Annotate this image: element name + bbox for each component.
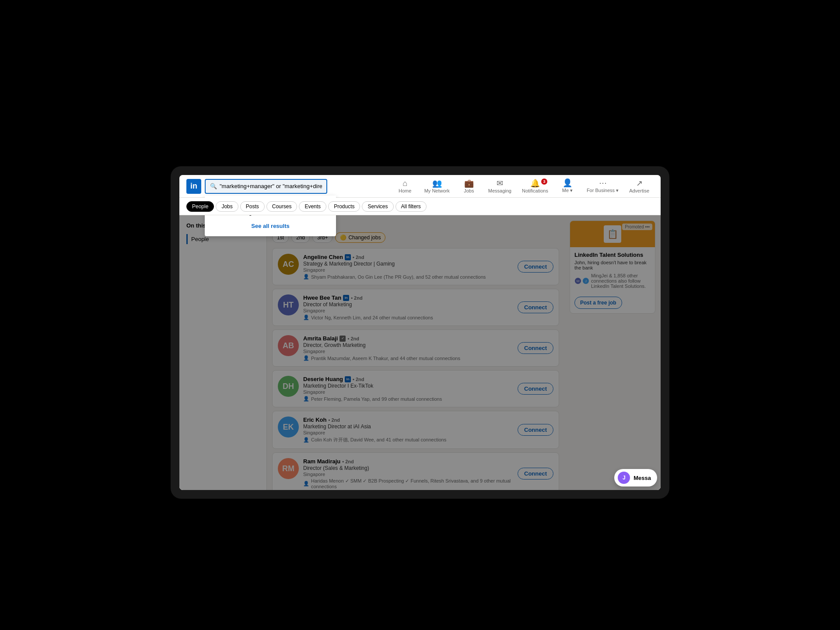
promo-card-linkedin-talent: Promoted ••• 📋 LinkedIn Talent Solutions… <box>570 220 655 314</box>
person-name-angeline-chen: Angeline Chen in • 2nd <box>303 254 513 260</box>
connect-button-hwee-bee-tan[interactable]: Connect <box>518 301 553 313</box>
connections-icon: 👤 <box>303 355 309 361</box>
messaging-avatar: J <box>618 472 630 484</box>
nav-item-advertise[interactable]: ↗ Advertise <box>625 179 654 193</box>
filter-tab-products[interactable]: Products <box>328 201 360 212</box>
jobs-icon: 💼 <box>464 179 474 187</box>
person-card-amrita-balaji: AB Amrita Balaji ✓ • 2nd Director, Growt… <box>272 329 559 367</box>
nav-item-messaging[interactable]: ✉ Messaging <box>484 179 516 193</box>
changed-jobs-label: Changed jobs <box>348 234 381 241</box>
for-business-icon: ⋯ <box>599 179 607 187</box>
person-connections-angeline-chen: 👤 Shyam Prabhakaran, Oo Gin Lee (The PR … <box>303 274 513 280</box>
search-icon: 🔍 <box>210 183 217 189</box>
promo-card-body: LinkedIn Talent Solutions John, hiring d… <box>570 247 655 293</box>
filter-tab-events[interactable]: Events <box>299 201 326 212</box>
linkedin-badge-hwee: in <box>343 295 349 301</box>
person-info-deserie-huang: Deserie Huang in • 2nd Marketing Directo… <box>303 376 513 402</box>
nav-item-my-network[interactable]: 👥 My Network <box>420 179 454 193</box>
nav-label-home: Home <box>399 188 411 193</box>
person-connections-hwee-bee-tan: 👤 Victor Ng, Kenneth Lim, and 24 other m… <box>303 315 513 320</box>
filter-tab-all-filters[interactable]: All filters <box>396 201 427 212</box>
post-free-job-button[interactable]: Post a free job <box>574 297 622 309</box>
connect-button-amrita-balaji[interactable]: Connect <box>518 342 553 354</box>
filter-tab-jobs[interactable]: Jobs <box>216 201 238 212</box>
nav-label-my-network: My Network <box>424 188 450 193</box>
nav-item-me[interactable]: 👤 Me ▾ <box>554 179 581 193</box>
connect-button-deserie-huang[interactable]: Connect <box>518 383 553 395</box>
person-connections-deserie-huang: 👤 Peter Fleming, Pamela Yap, and 99 othe… <box>303 396 513 402</box>
advertise-icon: ↗ <box>636 179 643 187</box>
connections-icon: 👤 <box>303 396 309 402</box>
nav-item-home[interactable]: ⌂ Home <box>392 179 418 193</box>
see-all-results-link[interactable]: See all results <box>205 219 336 233</box>
promo-desc: John, hiring doesn't have to break the b… <box>574 260 651 270</box>
connect-button-ram-madiraju[interactable]: Connect <box>518 468 553 480</box>
promo-followers: M J MingJei & 1,858 other connections al… <box>574 273 651 289</box>
person-name-eric-koh: Eric Koh • 2nd <box>303 416 513 423</box>
person-title-amrita-balaji: Director, Growth Marketing <box>303 342 513 348</box>
avatar-hwee-bee-tan: HT <box>278 294 299 315</box>
promo-title: LinkedIn Talent Solutions <box>574 252 651 258</box>
filter-tab-people[interactable]: People <box>186 201 214 212</box>
nav-label-notifications: Notifications <box>522 188 548 193</box>
person-connections-amrita-balaji: 👤 Prantik Mazumdar, Aseem K Thakur, and … <box>303 355 513 361</box>
person-title-ram-madiraju: Director (Sales & Marketing) <box>303 465 513 471</box>
notifications-icon: 🔔 <box>530 179 540 187</box>
promo-followers-text: MingJei & 1,858 other connections also f… <box>591 273 651 289</box>
person-info-hwee-bee-tan: Hwee Bee Tan in • 2nd Director of Market… <box>303 294 513 320</box>
messaging-label: Messa <box>634 475 651 481</box>
person-card-deserie-huang: DH Deserie Huang in • 2nd Marketing Dire… <box>272 370 559 407</box>
person-info-ram-madiraju: Ram Madiraju • 2nd Director (Sales & Mar… <box>303 458 513 489</box>
search-box[interactable]: 🔍 "marketing+manager" or "marketing+dire… <box>205 179 327 194</box>
search-container: 🔍 "marketing+manager" or "marketing+dire… <box>205 179 327 194</box>
follower-avatar-1: M <box>574 277 581 284</box>
person-location-hwee-bee-tan: Singapore <box>303 308 513 313</box>
search-input-value: "marketing+manager" or "marketing+direct… <box>220 183 322 189</box>
nav-label-me: Me ▾ <box>562 188 573 193</box>
changed-jobs-icon: 🟡 <box>340 234 346 241</box>
person-location-angeline-chen: Singapore <box>303 267 513 273</box>
nav-label-for-business: For Business ▾ <box>587 188 619 193</box>
nav-item-notifications[interactable]: 🔔 3 Notifications <box>518 179 553 193</box>
connect-button-angeline-chen[interactable]: Connect <box>518 261 553 273</box>
person-card-ram-madiraju: RM Ram Madiraju • 2nd Director (Sales & … <box>272 452 559 490</box>
connections-icon: 👤 <box>303 274 309 280</box>
filter-pill-changed-jobs[interactable]: 🟡 Changed jobs <box>335 232 385 243</box>
nav-item-jobs[interactable]: 💼 Jobs <box>456 179 482 193</box>
promoted-badge: Promoted ••• <box>622 224 652 230</box>
person-location-eric-koh: Singapore <box>303 430 513 435</box>
results-area: People 1st 2nd 3rd+ 🟡 Changed jobs AC <box>267 215 564 490</box>
filter-tab-services[interactable]: Services <box>362 201 393 212</box>
avatar-ram-madiraju: RM <box>278 458 299 479</box>
person-connections-eric-koh: 👤 Colin Koh 许开德, David Wee, and 41 other… <box>303 437 513 443</box>
avatar-eric-koh: EK <box>278 416 299 438</box>
notification-badge: 3 <box>541 178 547 185</box>
filter-tab-posts[interactable]: Posts <box>240 201 265 212</box>
follower-avatar-2: J <box>582 277 589 284</box>
right-sidebar: Promoted ••• 📋 LinkedIn Talent Solutions… <box>564 215 661 490</box>
filter-tab-courses[interactable]: Courses <box>266 201 298 212</box>
nav-label-messaging: Messaging <box>488 188 511 193</box>
promo-logo-icon: 📋 <box>607 229 618 239</box>
promo-card-header: Promoted ••• 📋 <box>570 221 655 247</box>
main-content: On this page People People 1st 2nd 3rd+ … <box>179 215 661 490</box>
messaging-button[interactable]: J Messa <box>614 469 657 486</box>
avatar-angeline-chen: AC <box>278 254 299 275</box>
person-card-hwee-bee-tan: HT Hwee Bee Tan in • 2nd Director of Mar… <box>272 289 559 326</box>
person-info-eric-koh: Eric Koh • 2nd Marketing Director at iAI… <box>303 416 513 443</box>
filter-tabs: People Jobs Posts Courses Events Product… <box>179 198 661 215</box>
connect-button-eric-koh[interactable]: Connect <box>518 424 553 436</box>
left-sidebar: On this page People <box>179 215 267 490</box>
nav-label-jobs: Jobs <box>464 188 474 193</box>
nav-item-for-business[interactable]: ⋯ For Business ▾ <box>582 179 623 193</box>
linkedin-logo: in <box>186 179 201 194</box>
person-location-deserie-huang: Singapore <box>303 389 513 395</box>
nav-label-advertise: Advertise <box>629 188 649 193</box>
person-title-eric-koh: Marketing Director at iAI Asia <box>303 424 513 430</box>
person-name-hwee-bee-tan: Hwee Bee Tan in • 2nd <box>303 294 513 301</box>
person-info-angeline-chen: Angeline Chen in • 2nd Strategy & Market… <box>303 254 513 280</box>
person-title-angeline-chen: Strategy & Marketing Director | Gaming <box>303 261 513 267</box>
person-title-hwee-bee-tan: Director of Marketing <box>303 301 513 308</box>
person-name-deserie-huang: Deserie Huang in • 2nd <box>303 376 513 382</box>
linkedin-badge-deserie: in <box>345 376 351 382</box>
